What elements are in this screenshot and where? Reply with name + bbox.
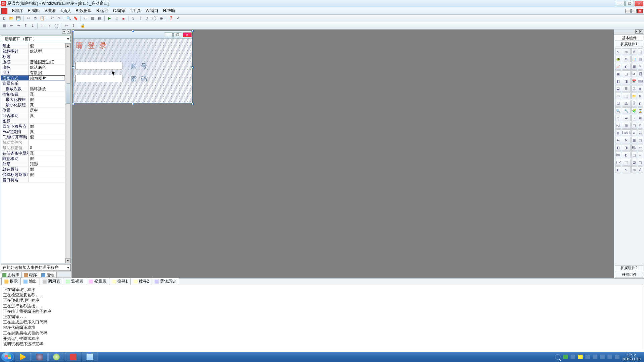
palette-component-icon[interactable]: TIP — [615, 159, 621, 166]
event-selector[interactable]: 在此处选择加入事件处理子程序 — [1, 264, 71, 271]
palette-component-icon[interactable]: 🖧 — [622, 100, 631, 107]
tb-bookmark-icon[interactable]: 🔖 — [73, 15, 79, 21]
prop-value[interactable]: 缩放图片 — [29, 75, 70, 80]
palette-component-icon[interactable]: ↖ — [615, 48, 621, 55]
tray-network-icon[interactable] — [607, 355, 612, 359]
prop-row[interactable]: F1键打开帮助假 — [1, 134, 70, 140]
prop-row[interactable]: 位置居中 — [1, 108, 70, 113]
palette-component-icon[interactable]: ⇆ — [615, 137, 621, 143]
resize-handle[interactable] — [132, 30, 134, 32]
menu-run[interactable]: R.运行 — [94, 7, 110, 14]
tb-pause-icon[interactable]: ⏸ — [113, 15, 119, 21]
palette-component-icon[interactable]: ◐ — [622, 63, 631, 70]
prop-row[interactable]: 回车下移焦点假 — [1, 124, 70, 129]
taskbar-item-notepad[interactable] — [82, 353, 98, 361]
scroll-up-icon[interactable]: ▲ — [65, 43, 70, 48]
prop-value[interactable] — [29, 140, 70, 145]
palette-component-icon[interactable]: ⇄ — [622, 115, 631, 121]
tray-volume-icon[interactable] — [600, 355, 605, 359]
palette-pin-icon[interactable]: ▾ — [635, 29, 639, 34]
prop-value[interactable] — [29, 118, 70, 123]
prop-row[interactable]: 保持标题条激活假 — [1, 172, 70, 177]
taskbar-item-avatar[interactable] — [32, 353, 48, 361]
tb-stepinto-icon[interactable]: ⤹ — [137, 15, 143, 21]
palette-component-icon[interactable]: 🗂 — [631, 70, 637, 77]
prop-value[interactable]: 默认型 — [29, 49, 70, 54]
prop-row[interactable]: 在任务条中显示真 — [1, 150, 70, 156]
tray-shield-icon[interactable] — [563, 355, 568, 359]
tray-flag-icon[interactable] — [615, 355, 620, 359]
prop-row[interactable]: 窗口类名 — [1, 177, 70, 183]
tb-same-width-icon[interactable]: ↔ — [39, 23, 45, 29]
minimize-button[interactable]: — — [616, 1, 625, 6]
palette-component-icon[interactable]: vcl — [615, 122, 621, 129]
taskbar-item-media[interactable] — [15, 353, 31, 361]
tab-cliphistory[interactable]: 剪辑历史 — [152, 278, 179, 285]
palette-component-icon[interactable]: 🗄 — [631, 100, 637, 107]
tb-paste-icon[interactable]: 📋 — [39, 15, 45, 21]
menu-program[interactable]: F.程序 — [10, 7, 25, 14]
prop-value[interactable]: 真 — [29, 129, 70, 134]
tab-calltable[interactable]: 调用表 — [40, 278, 63, 285]
prop-value[interactable]: 矩形 — [29, 161, 70, 166]
start-button[interactable] — [1, 352, 14, 362]
form-client-area[interactable]: 请 登 录 账 号 密 码 — [73, 39, 192, 103]
prop-value[interactable]: 假 — [29, 156, 70, 161]
menu-insert[interactable]: I.插入 — [59, 7, 73, 14]
prop-row[interactable]: 随意移动假 — [1, 156, 70, 161]
palette-component-icon[interactable]: ◧ — [615, 144, 621, 151]
label-password[interactable]: 密 码 — [130, 75, 148, 83]
object-selector[interactable]: _启动窗口（窗口） — [1, 36, 71, 42]
menu-help[interactable]: H.帮助 — [161, 7, 177, 14]
palette-component-icon[interactable]: ⚙ — [622, 56, 631, 62]
prop-value[interactable]: 有数据 — [29, 70, 70, 75]
menu-tools[interactable]: T.工具 — [128, 7, 143, 14]
prop-value[interactable]: 真 — [29, 150, 70, 156]
palette-component-icon[interactable]: 🗎 — [638, 93, 643, 99]
palette-component-icon[interactable]: 🖼 — [638, 70, 643, 77]
prop-value[interactable]: 假 — [29, 172, 70, 177]
prop-value[interactable]: 假 — [29, 43, 70, 48]
tb-window1-icon[interactable]: ▭ — [83, 15, 89, 21]
prop-row[interactable]: 控制按钮真 — [1, 92, 70, 97]
tb-window3-icon[interactable]: ▤ — [97, 15, 103, 21]
palette-component-icon[interactable]: A — [638, 166, 643, 173]
resize-handle[interactable] — [132, 103, 134, 105]
palette-component-icon[interactable]: ⇔ — [638, 144, 643, 151]
tb-breakpoint-icon[interactable]: ◯ — [151, 15, 157, 21]
tb-save-icon[interactable]: 💾 — [15, 15, 21, 21]
palette-component-icon[interactable]: 🔍 — [615, 107, 621, 114]
palette-component-icon[interactable]: ◐ — [638, 100, 643, 107]
prop-value[interactable]: 0 — [29, 145, 70, 150]
tb-align-top-icon[interactable]: ⤒ — [22, 23, 29, 29]
prop-value[interactable]: 真 — [29, 113, 70, 118]
form-startup-window[interactable]: — ❐ ✕ 请 登 录 账 号 密 码 — [73, 31, 193, 103]
palette-component-icon[interactable]: ◫ — [631, 122, 637, 129]
form-minimize-button[interactable]: — — [164, 33, 173, 37]
palette-component-icon[interactable]: ◫ — [622, 70, 631, 77]
palette-component-icon[interactable]: 🐢 — [615, 56, 621, 62]
palette-component-icon[interactable]: ▦ — [631, 63, 637, 70]
palette-component-icon[interactable]: ▭ — [631, 166, 637, 173]
output-text[interactable]: 正在编译现行程序 正在检查重复名称... 正在预处理现行程序 正在进行名称连接.… — [1, 286, 643, 351]
palette-component-icon[interactable]: 🖫 — [615, 100, 621, 107]
palette-tab-ext2[interactable]: 扩展组件2 — [615, 265, 643, 271]
prop-value[interactable]: 假 — [29, 97, 70, 102]
prop-value[interactable]: 普通固定边框 — [29, 59, 70, 64]
prop-row[interactable]: 禁止假 — [1, 43, 70, 49]
tray-search-icon[interactable] — [555, 354, 560, 360]
palette-component-icon[interactable]: ▭ — [615, 93, 621, 99]
palette-component-icon[interactable]: 📁 — [631, 93, 637, 99]
prop-row[interactable]: 背景音乐 — [1, 81, 70, 86]
palette-component-icon[interactable]: ◐ — [622, 152, 631, 158]
tab-search2[interactable]: 搜寻2 — [130, 278, 152, 285]
panel-pin-icon[interactable]: ▾ — [62, 29, 66, 34]
prop-value[interactable]: 假 — [29, 124, 70, 129]
tb-align-right-icon[interactable]: ⇥ — [15, 23, 21, 29]
tb-same-size-icon[interactable]: ⛶ — [53, 23, 59, 29]
scroll-down-icon[interactable]: ▼ — [65, 258, 70, 263]
resize-handle[interactable] — [72, 66, 74, 68]
tb-new-icon[interactable]: 🗋 — [1, 15, 7, 21]
prop-row[interactable]: 可否移动真 — [1, 113, 70, 118]
prop-row[interactable]: 边框普通固定边框 — [1, 59, 70, 65]
